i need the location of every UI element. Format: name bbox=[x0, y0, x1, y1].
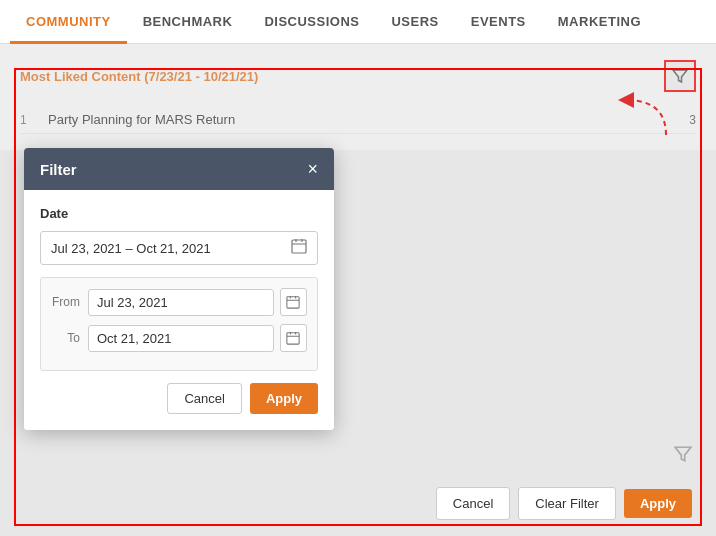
nav-item-community[interactable]: COMMUNITY bbox=[10, 2, 127, 44]
modal-close-button[interactable]: × bbox=[307, 160, 318, 178]
from-calendar-icon[interactable] bbox=[280, 288, 307, 316]
clear-filter-button[interactable]: Clear Filter bbox=[518, 487, 616, 520]
date-field-label: Date bbox=[40, 206, 318, 221]
from-label: From bbox=[51, 295, 88, 309]
to-calendar-icon[interactable] bbox=[280, 324, 307, 352]
modal-cancel-button[interactable]: Cancel bbox=[167, 383, 241, 414]
from-date-input[interactable] bbox=[88, 289, 274, 316]
modal-header: Filter × bbox=[24, 148, 334, 190]
svg-rect-0 bbox=[292, 240, 306, 253]
bottom-action-bar: Cancel Clear Filter Apply bbox=[436, 487, 692, 520]
calendar-icon[interactable] bbox=[291, 238, 307, 258]
nav-item-discussions[interactable]: DISCUSSIONS bbox=[248, 2, 375, 44]
svg-rect-8 bbox=[287, 333, 299, 344]
date-picker-popup: From To bbox=[40, 277, 318, 371]
nav-item-marketing[interactable]: MARKETING bbox=[542, 2, 657, 44]
modal-apply-button[interactable]: Apply bbox=[250, 383, 318, 414]
nav-item-users[interactable]: USERS bbox=[375, 2, 454, 44]
to-date-row: To bbox=[51, 324, 307, 352]
nav-item-events[interactable]: EVENTS bbox=[455, 2, 542, 44]
date-range-display[interactable]: Jul 23, 2021 – Oct 21, 2021 bbox=[40, 231, 318, 265]
modal-title: Filter bbox=[40, 161, 77, 178]
nav-item-benchmark[interactable]: BENCHMARK bbox=[127, 2, 249, 44]
bottom-cancel-button[interactable]: Cancel bbox=[436, 487, 510, 520]
to-label: To bbox=[51, 331, 88, 345]
bottom-filter-icon bbox=[674, 445, 692, 468]
modal-body: Date Jul 23, 2021 – Oct 21, 2021 From bbox=[24, 190, 334, 430]
date-range-text: Jul 23, 2021 – Oct 21, 2021 bbox=[51, 241, 291, 256]
dashed-arrow bbox=[576, 90, 676, 140]
bottom-apply-button[interactable]: Apply bbox=[624, 489, 692, 518]
modal-actions: Cancel Apply bbox=[40, 383, 318, 414]
svg-rect-4 bbox=[287, 297, 299, 308]
to-date-input[interactable] bbox=[88, 325, 274, 352]
filter-modal: Filter × Date Jul 23, 2021 – Oct 21, 202… bbox=[24, 148, 334, 430]
from-date-row: From bbox=[51, 288, 307, 316]
top-nav: COMMUNITY BENCHMARK DISCUSSIONS USERS EV… bbox=[0, 0, 716, 44]
